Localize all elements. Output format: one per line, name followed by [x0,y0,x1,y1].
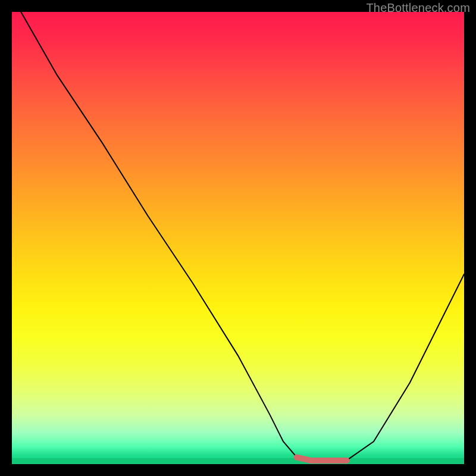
bottleneck-curve [21,12,464,461]
attribution-label: TheBottleneck.com [366,1,470,15]
optimal-zone-path [297,458,347,461]
bottleneck-curve-path [21,12,464,461]
optimal-zone-segment [297,458,347,461]
chart-frame: TheBottleneck.com [0,0,476,476]
plot-area [12,12,464,464]
chart-svg [12,12,464,464]
